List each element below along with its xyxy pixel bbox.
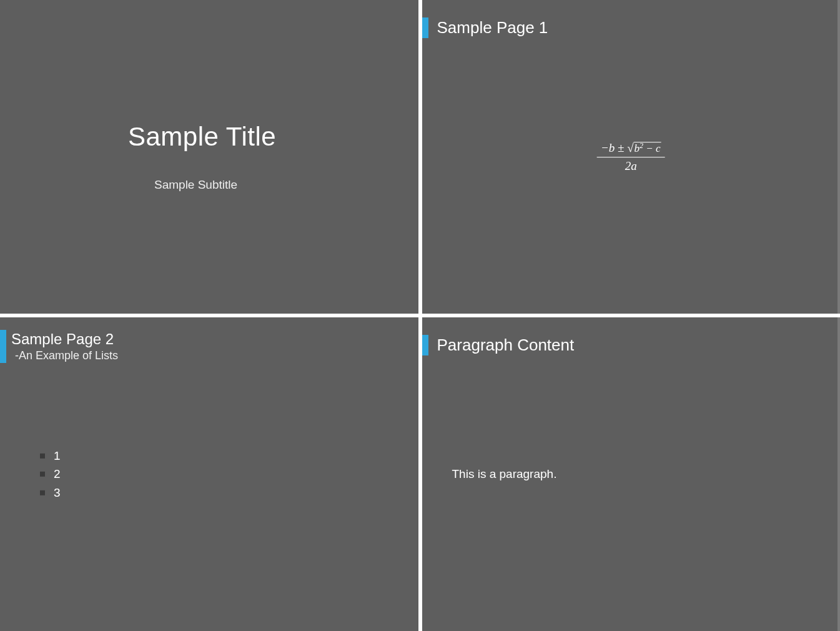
slide-header-titles: Paragraph Content: [437, 335, 575, 355]
slide-subtitle: -An Example of Lists: [11, 349, 118, 363]
list-item: 2: [37, 465, 61, 483]
slide-header: Paragraph Content: [422, 317, 841, 355]
radicand-suffix: − c: [643, 142, 661, 154]
slide-sample-page-1: Sample Page 1 −b ± √b2 − c 2a: [422, 0, 841, 314]
math-formula: −b ± √b2 − c 2a: [597, 141, 665, 173]
slide-grid: Sample Title Sample Subtitle Sample Page…: [0, 0, 840, 631]
denominator: 2a: [597, 157, 665, 173]
list-item: 3: [37, 484, 61, 502]
slide-title: Sample Page 1: [437, 17, 548, 38]
slide-header-titles: Sample Page 2 -An Example of Lists: [11, 330, 118, 363]
presentation-title: Sample Title: [128, 122, 418, 152]
radicand: b2 − c: [634, 142, 661, 154]
radicand-base: b: [635, 142, 640, 154]
slide-header: Sample Page 2 -An Example of Lists: [0, 317, 418, 363]
presentation-subtitle: Sample Subtitle: [128, 178, 418, 192]
accent-bar-icon: [422, 17, 428, 38]
slide-title-page: Sample Title Sample Subtitle: [0, 0, 418, 314]
fraction: −b ± √b2 − c 2a: [597, 141, 665, 173]
slide-paragraph-content: Paragraph Content This is a paragraph.: [422, 317, 841, 631]
slide-sample-page-2: Sample Page 2 -An Example of Lists 1 2 3: [0, 317, 418, 631]
accent-bar-icon: [422, 335, 428, 355]
numerator-prefix: −b ±: [601, 141, 625, 154]
slide-title: Sample Page 2: [11, 330, 118, 349]
square-root: √b2 − c: [627, 141, 661, 155]
slide-header-titles: Sample Page 1: [437, 17, 548, 38]
list-item: 1: [37, 447, 61, 465]
paragraph-body: This is a paragraph.: [452, 467, 557, 481]
slide-header: Sample Page 1: [422, 0, 841, 38]
numerator: −b ± √b2 − c: [597, 141, 665, 157]
bullet-list: 1 2 3: [37, 447, 61, 502]
slide-title: Paragraph Content: [437, 335, 575, 355]
radical-sign-icon: √: [627, 141, 633, 154]
accent-bar-icon: [0, 330, 6, 363]
